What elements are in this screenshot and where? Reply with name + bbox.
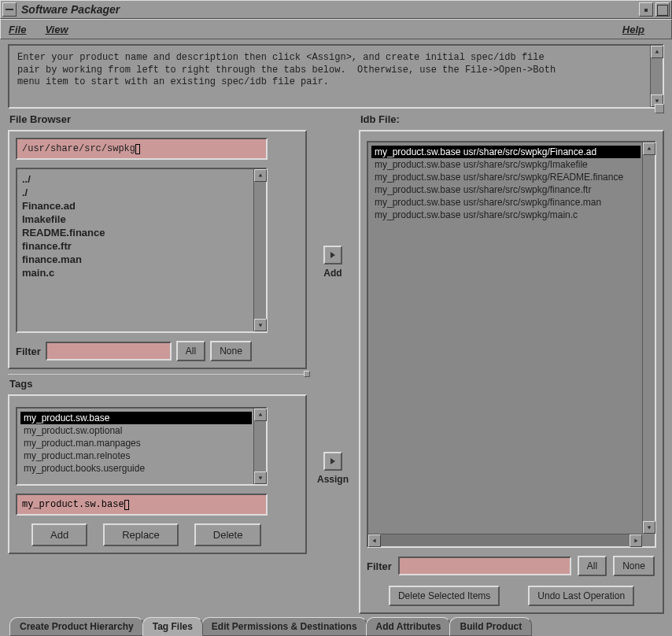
add-arrow-button[interactable] — [323, 246, 342, 264]
scroll-up-icon[interactable] — [254, 169, 267, 182]
tab[interactable]: Add Attributes — [366, 617, 452, 636]
minimize-button[interactable] — [639, 2, 653, 17]
tags-panel: my_product.sw.basemy_product.sw.optional… — [8, 394, 307, 554]
idb-all-button[interactable]: All — [578, 556, 607, 576]
idb-label: Idb File: — [360, 113, 664, 125]
tags-listbox: my_product.sw.basemy_product.sw.optional… — [16, 407, 268, 486]
scroll-up-icon[interactable] — [643, 142, 655, 155]
idb-filter-label: Filter — [367, 560, 392, 572]
list-item[interactable]: my_product.sw.optional — [20, 424, 252, 437]
file-filter-input[interactable] — [46, 342, 172, 361]
tag-delete-button[interactable]: Delete — [194, 523, 262, 546]
list-item[interactable]: my_product.man.relnotes — [20, 449, 252, 462]
list-item[interactable]: finance.man — [20, 253, 252, 266]
tag-edit-input[interactable]: my_product.sw.base — [16, 494, 268, 516]
menu-file[interactable]: File — [9, 24, 26, 35]
tag-replace-button[interactable]: Replace — [103, 523, 179, 546]
scroll-down-icon[interactable] — [254, 471, 267, 484]
window-title: Software Packager — [21, 3, 637, 16]
add-label: Add — [323, 268, 342, 279]
list-item[interactable]: Finance.ad — [20, 199, 252, 213]
tab[interactable]: Build Product — [449, 617, 532, 636]
filter-label: Filter — [16, 346, 41, 357]
scroll-right-icon[interactable] — [630, 534, 642, 547]
tabstrip: Create Product HierarchyTag FilesEdit Pe… — [0, 614, 672, 636]
file-list-scrollbar[interactable] — [253, 169, 266, 331]
delete-selected-button[interactable]: Delete Selected Items — [389, 586, 500, 606]
menu-view[interactable]: View — [45, 24, 68, 35]
tab[interactable]: Edit Permissions & Destinations — [201, 617, 367, 636]
menu-help[interactable]: Help — [622, 24, 644, 35]
list-item[interactable]: my_product.sw.base usr/share/src/swpkg/f… — [371, 196, 641, 209]
idb-none-button[interactable]: None — [613, 556, 655, 576]
scroll-down-icon[interactable] — [643, 521, 655, 534]
instructions-text: Enter your product name and description … — [17, 52, 647, 89]
idb-hscrollbar[interactable] — [368, 534, 642, 546]
list-item[interactable]: ../ — [20, 172, 252, 186]
idb-filter-input[interactable] — [398, 556, 571, 575]
menubar: File View Help — [0, 19, 672, 39]
assign-arrow-button[interactable] — [323, 452, 342, 471]
horizontal-divider[interactable] — [8, 374, 307, 375]
list-item[interactable]: main.c — [20, 266, 252, 279]
list-item[interactable]: my_product.sw.base — [20, 412, 252, 424]
assign-label: Assign — [317, 474, 349, 485]
tags-list-scrollbar[interactable] — [253, 409, 266, 484]
list-item[interactable]: my_product.sw.base usr/share/src/swpkg/m… — [371, 209, 641, 221]
scroll-up-icon[interactable] — [254, 409, 267, 421]
resize-grip-icon[interactable] — [655, 104, 664, 113]
divider-handle-icon[interactable] — [304, 371, 310, 377]
arrow-right-icon — [328, 457, 338, 466]
tab[interactable]: Create Product Hierarchy — [9, 617, 144, 636]
file-browser-panel: /usr/share/src/swpkg .././Finance.adImak… — [8, 130, 307, 369]
list-item[interactable]: ./ — [20, 186, 252, 199]
tags-label: Tags — [9, 378, 307, 390]
idb-panel: my_product.sw.base usr/share/src/swpkg/F… — [359, 130, 664, 614]
list-item[interactable]: my_product.sw.base usr/share/src/swpkg/R… — [371, 171, 641, 183]
list-item[interactable]: my_product.books.userguide — [20, 462, 252, 475]
list-item[interactable]: my_product.sw.base usr/share/src/swpkg/F… — [371, 146, 641, 158]
scroll-up-icon[interactable] — [651, 46, 663, 58]
tab[interactable]: Tag Files — [142, 617, 203, 636]
list-item[interactable]: finance.ftr — [20, 239, 252, 253]
idb-listbox: my_product.sw.base usr/share/src/swpkg/F… — [367, 141, 656, 548]
list-item[interactable]: Imakefile — [20, 213, 252, 226]
scroll-down-icon[interactable] — [254, 319, 267, 331]
list-item[interactable]: my_product.man.manpages — [20, 437, 252, 449]
maximize-button[interactable] — [655, 2, 670, 17]
window-menu-icon[interactable] — [2, 2, 17, 17]
instructions-panel: Enter your product name and description … — [8, 44, 664, 109]
idb-vscrollbar[interactable] — [642, 142, 655, 534]
tag-add-button[interactable]: Add — [31, 523, 87, 546]
scroll-left-icon[interactable] — [368, 534, 381, 547]
list-item[interactable]: README.finance — [20, 226, 252, 239]
file-listbox: .././Finance.adImakefileREADME.financefi… — [16, 168, 268, 333]
file-browser-label: File Browser — [9, 113, 307, 125]
titlebar: Software Packager — [0, 0, 672, 19]
path-input[interactable]: /usr/share/src/swpkg — [16, 138, 268, 160]
instructions-scrollbar[interactable] — [650, 46, 663, 107]
list-item[interactable]: my_product.sw.base usr/share/src/swpkg/f… — [371, 183, 641, 196]
arrow-right-icon — [328, 250, 338, 260]
file-all-button[interactable]: All — [176, 341, 205, 361]
list-item[interactable]: my_product.sw.base usr/share/src/swpkg/I… — [371, 158, 641, 171]
undo-button[interactable]: Undo Last Operation — [528, 586, 634, 606]
file-none-button[interactable]: None — [210, 341, 252, 361]
